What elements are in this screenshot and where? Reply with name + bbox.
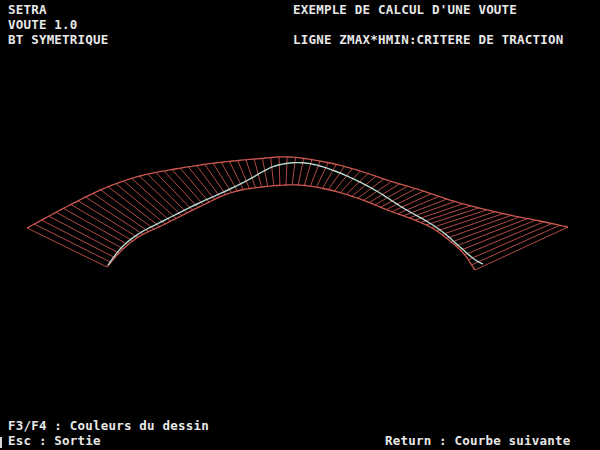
voussoir-joints: [27, 157, 568, 270]
next-curve-key-hint: Return : Courbe suivante: [385, 434, 570, 447]
thrust-line: [108, 163, 483, 265]
exit-key-hint: Esc : Sortie: [8, 434, 101, 447]
colors-key-hint: F3/F4 : Couleurs du dessin: [8, 419, 209, 432]
extrados-curve: [27, 157, 568, 228]
dos-screen: SETRA VOUTE 1.0 BT SYMETRIQUE EXEMPLE DE…: [0, 0, 600, 450]
arch-drawing: [0, 0, 600, 450]
text-cursor: [0, 437, 2, 448]
